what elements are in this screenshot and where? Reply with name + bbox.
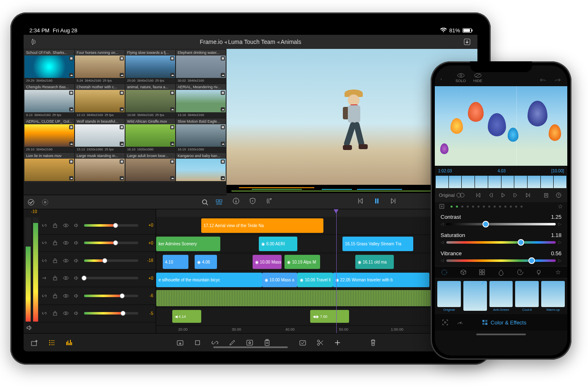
skip-back-icon[interactable] [355, 196, 366, 206]
timeline-tracks[interactable]: 17.12 Aerial view of the Teide Naker Adm… [156, 217, 477, 326]
track-lock-icon[interactable] [52, 240, 58, 246]
master-volume-icon[interactable] [26, 324, 33, 331]
track-link-icon[interactable] [41, 257, 48, 264]
library-clip[interactable]: AERIAL, CLOSE UP_ Gol... ▦☁ 29.103840x21… [24, 119, 74, 152]
back-icon[interactable] [28, 36, 40, 48]
fx-star-icon[interactable]: ☆ [553, 267, 563, 277]
library-clip[interactable]: Large adult brown bear... ▦☁ [125, 153, 175, 183]
scissors-icon[interactable] [314, 337, 326, 348]
split-divider[interactable] [516, 86, 517, 166]
track-link-icon[interactable] [41, 240, 48, 246]
clip-thumbnail[interactable]: ▦☁ [176, 90, 226, 112]
iphone-preview[interactable] [435, 86, 567, 166]
slider-inc-icon[interactable]: ▷ [558, 222, 561, 226]
track-mute-icon[interactable] [73, 222, 80, 229]
fx-grid-icon[interactable] [477, 267, 487, 277]
track-visibility-icon[interactable] [63, 275, 69, 281]
breadcrumb[interactable]: Frame.io◂ Luma Touch Team◂ Animals [40, 39, 461, 45]
track-volume-slider[interactable] [84, 224, 138, 227]
timeline-clip[interactable]: 4.10 [163, 255, 188, 269]
library-clip[interactable]: Wild African Giraffe.mov ▦☁ 16.101920x10… [125, 119, 175, 152]
library-clip[interactable]: Chengdu Research Bas... ▦☁ 8.133840x2160… [24, 84, 74, 118]
clip-thumbnail[interactable]: ▦☁ [125, 56, 175, 78]
timeline-clip[interactable]: ◉ 10.19 Alps M [284, 255, 320, 269]
clipboard-icon[interactable] [542, 191, 551, 200]
clip-thumbnail[interactable]: ▦☁ [176, 56, 226, 78]
crumb-1[interactable]: Luma Touch Team [228, 39, 275, 45]
clip-thumbnail[interactable]: ▦☁ [176, 124, 226, 147]
track-volume-slider[interactable] [84, 295, 138, 297]
track-link-icon[interactable] [41, 293, 48, 299]
track-visibility-icon[interactable] [63, 240, 69, 246]
checkbox-icon[interactable] [297, 337, 308, 348]
fx-cube-icon[interactable] [458, 267, 468, 277]
marker-add-icon[interactable] [264, 196, 275, 206]
slider-dec-icon[interactable]: ◁ [441, 240, 444, 244]
trash-icon[interactable] [367, 337, 379, 348]
scrub-bar[interactable]: 1:02.03 4.03 [10.00] [435, 166, 567, 176]
gauge-icon[interactable] [455, 318, 465, 327]
clip-thumbnail[interactable]: ▦☁ [125, 90, 175, 112]
timeline-clip[interactable]: ◉ 10.00 Mass [253, 255, 282, 269]
library-clip[interactable]: Flying slow towards a fj... ▦☁ 25.003840… [125, 50, 175, 83]
track-link-icon[interactable] [41, 275, 48, 281]
select-all-icon[interactable] [26, 197, 36, 207]
step-back-icon[interactable] [486, 191, 495, 200]
timeline-track[interactable]: 17.12 Aerial view of the Teide Na [156, 217, 477, 235]
preset-item[interactable]: Warm-up [541, 281, 565, 312]
track-mute-icon[interactable] [73, 240, 80, 246]
track-volume-slider[interactable] [84, 242, 138, 244]
skip-forward-icon[interactable] [388, 196, 399, 206]
timeline-clip[interactable]: ◉ 10.06 Travel li [297, 273, 333, 287]
timeline-clip[interactable]: ◀◉ 7.00 [310, 310, 349, 323]
timeline-clip[interactable]: e silhouette of the mountain bicyc [156, 273, 262, 287]
compare-original[interactable]: Original [439, 192, 465, 198]
import-icon[interactable] [174, 337, 186, 348]
back-icon[interactable]: ‹ [441, 77, 448, 83]
slider-track[interactable] [446, 259, 556, 262]
slider-dec-icon[interactable]: ◁ [441, 222, 444, 226]
library-clip[interactable]: Elephant drinking water... ▦☁ 30.023840x… [176, 50, 226, 83]
goto-end-icon[interactable] [523, 191, 533, 200]
track-visibility-icon[interactable] [63, 293, 69, 299]
search-icon[interactable] [200, 197, 210, 207]
fx-spiral-icon[interactable] [515, 267, 525, 277]
clip-thumbnail[interactable]: ▦☁ [24, 56, 74, 78]
undo-icon[interactable] [539, 77, 547, 83]
fx-bulb-icon[interactable] [534, 267, 544, 277]
clip-thumbnail[interactable]: ▦☁ [125, 124, 175, 147]
fx-color-icon[interactable] [439, 267, 449, 277]
help-icon[interactable] [554, 191, 563, 200]
clip-thumbnail[interactable]: ▦☁ [75, 90, 125, 112]
track-visibility-icon[interactable] [63, 310, 69, 317]
meters-icon[interactable] [63, 337, 75, 348]
track-mute-icon[interactable] [73, 293, 80, 299]
crop-icon[interactable] [192, 337, 203, 348]
timeline-playhead[interactable] [336, 209, 337, 333]
library-clip[interactable]: Lion lie in nature.mov ▦☁ [24, 153, 74, 183]
fx-drop-icon[interactable] [496, 267, 506, 277]
track-mute-icon[interactable] [73, 275, 80, 281]
add-track-icon[interactable] [29, 337, 40, 348]
timeline-clip[interactable]: ◉ 8.00 AERI [259, 237, 297, 251]
track-visibility-icon[interactable] [63, 257, 69, 264]
preset-item[interactable]: Anti-Green [489, 281, 513, 312]
iphone-home-indicator[interactable] [435, 331, 567, 338]
home-indicator[interactable] [213, 346, 288, 348]
solo-icon[interactable]: SOLO [455, 73, 466, 83]
goto-start-icon[interactable] [474, 191, 483, 200]
library-clip[interactable]: Wolf stands in beautiful... ▦☁ 15.131920… [75, 119, 125, 152]
timeline-track[interactable] [156, 289, 477, 307]
timeline-clip[interactable]: ker Admires Scenery [156, 237, 220, 251]
clip-thumbnail[interactable]: ▦☁ [24, 159, 74, 181]
slider-inc-icon[interactable]: ▷ [558, 258, 561, 263]
track-lock-icon[interactable] [52, 257, 58, 264]
timeline-clip[interactable]: ◉ 4.06 [195, 255, 217, 269]
timeline-clip[interactable]: ◉ 22.05 Woman traveler with b [333, 273, 429, 287]
track-link-icon[interactable] [41, 310, 48, 317]
view-mode-icon[interactable] [214, 197, 224, 207]
track-lock-icon[interactable] [52, 293, 58, 299]
track-volume-slider[interactable] [84, 277, 138, 279]
download-small-icon[interactable] [439, 203, 445, 209]
pause-icon[interactable] [371, 196, 382, 206]
